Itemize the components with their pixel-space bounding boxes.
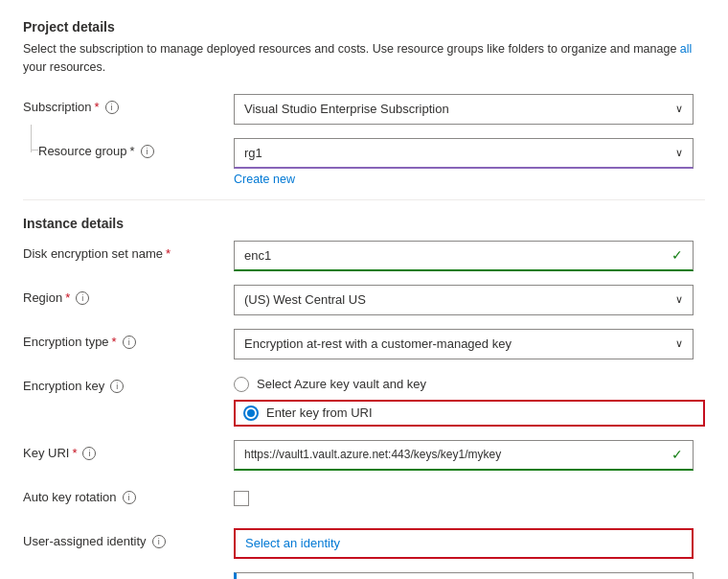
radio-uri-circle [243,405,259,421]
disk-name-value: enc1 [244,248,271,263]
user-identity-info-icon[interactable]: i [152,535,166,548]
auto-key-label: Auto key rotation [23,490,117,504]
resource-group-select[interactable]: rg1 ∨ [234,138,694,169]
region-row: Region * i (US) West Central US ∨ [23,285,705,315]
key-uri-input[interactable]: https://vault1.vault.azure.net:443/keys/… [234,440,694,471]
region-info-icon[interactable]: i [76,291,89,305]
subscription-label-col: Subscription * i [23,94,234,114]
auto-key-checkbox[interactable] [234,491,249,506]
key-uri-control: https://vault1.vault.azure.net:443/keys/… [234,440,705,471]
subscription-row: Subscription * i Visual Studio Enterpris… [23,94,705,125]
encryption-type-control: Encryption at-rest with a customer-manag… [234,329,705,359]
key-uri-required: * [72,446,77,460]
instance-title: Instance details [23,216,705,231]
disk-name-required: * [166,246,171,261]
project-desc-link[interactable]: all [680,42,693,56]
create-new-link[interactable]: Create new [234,173,295,186]
project-title: Project details [23,19,705,35]
auto-key-row: Auto key rotation i [23,484,705,515]
encryption-type-label-col: Encryption type * i [23,329,234,349]
project-description: Select the subscription to manage deploy… [23,40,705,77]
region-required: * [65,290,70,305]
user-identity-label: User-assigned identity [23,534,147,548]
subscription-required: * [95,100,100,114]
project-section: Project details Select the subscription … [23,19,705,186]
multi-tenant-control: Select an application i You are required… [234,572,705,580]
resource-group-row: Resource group * i rg1 ∨ Create new [23,138,705,186]
encryption-key-radio-group: Select Azure key vault and key Enter key… [234,373,705,427]
resource-group-info-icon[interactable]: i [141,145,154,158]
region-chevron: ∨ [675,293,683,306]
resource-group-label-col: Resource group * i [23,138,234,158]
region-control: (US) West Central US ∨ [234,285,705,315]
region-value: (US) West Central US [244,292,366,307]
subscription-select[interactable]: Visual Studio Enterprise Subscription ∨ [234,94,694,125]
instance-section: Instance details Disk encryption set nam… [23,216,705,580]
disk-name-label-col: Disk encryption set name * [23,241,234,261]
disk-name-control: enc1 ✓ [234,241,705,271]
multi-tenant-label-col: Multi-tenant application i [23,572,234,580]
subscription-label: Subscription [23,100,92,114]
encryption-key-label: Encryption key [23,379,104,393]
radio-uri-label: Enter key from URI [266,405,373,420]
subscription-chevron: ∨ [675,103,683,115]
encryption-key-info-icon[interactable]: i [110,380,124,393]
subscription-control: Visual Studio Enterprise Subscription ∨ [234,94,705,125]
resource-group-control: rg1 ∨ Create new [234,138,705,186]
radio-option-vault[interactable]: Select Azure key vault and key [234,377,705,392]
user-identity-row: User-assigned identity i Select an ident… [23,528,705,559]
radio-option-uri-highlighted[interactable]: Enter key from URI [234,400,705,427]
multi-tenant-select[interactable]: Select an application [234,572,694,580]
encryption-type-value: Encryption at-rest with a customer-manag… [244,336,512,351]
radio-vault-circle [234,377,249,392]
encryption-type-info-icon[interactable]: i [123,336,136,349]
key-uri-row: Key URI * i https://vault1.vault.azure.n… [23,440,705,471]
encryption-type-required: * [112,335,117,349]
encryption-key-control: Select Azure key vault and key Enter key… [234,373,705,427]
encryption-key-row: Encryption key i Select Azure key vault … [23,373,705,427]
resource-group-value: rg1 [244,146,262,160]
resource-group-chevron: ∨ [675,147,683,159]
subscription-value: Visual Studio Enterprise Subscription [244,102,449,116]
key-uri-label-col: Key URI * i [23,440,234,460]
radio-vault-label: Select Azure key vault and key [257,377,426,391]
disk-name-input[interactable]: enc1 ✓ [234,241,694,271]
encryption-key-label-col: Encryption key i [23,373,234,393]
key-uri-info-icon[interactable]: i [82,447,96,460]
disk-name-row: Disk encryption set name * enc1 ✓ [23,241,705,271]
key-uri-check-icon: ✓ [671,447,683,462]
encryption-type-select[interactable]: Encryption at-rest with a customer-manag… [234,329,694,359]
resource-group-label: Resource group [38,144,127,158]
section-divider [23,199,705,200]
region-label-col: Region * i [23,285,234,305]
project-desc-text2: your resources. [23,60,105,74]
auto-key-label-col: Auto key rotation i [23,484,234,504]
region-label: Region [23,290,62,305]
key-uri-label: Key URI [23,446,69,460]
user-identity-label-col: User-assigned identity i [23,528,234,548]
resource-group-required: * [130,144,135,158]
project-desc-text1: Select the subscription to manage deploy… [23,42,676,56]
disk-name-label: Disk encryption set name [23,246,163,261]
encryption-type-chevron: ∨ [675,337,683,350]
multi-tenant-row: Multi-tenant application i Select an app… [23,572,705,580]
disk-name-check-icon: ✓ [671,247,683,263]
region-select[interactable]: (US) West Central US ∨ [234,285,694,315]
user-identity-control: Select an identity [234,528,705,559]
auto-key-control [234,484,705,506]
encryption-type-row: Encryption type * i Encryption at-rest w… [23,329,705,359]
user-identity-placeholder: Select an identity [245,536,340,550]
user-identity-select[interactable]: Select an identity [234,528,694,559]
auto-key-info-icon[interactable]: i [123,491,136,504]
subscription-info-icon[interactable]: i [105,101,119,114]
encryption-type-label: Encryption type [23,335,109,349]
key-uri-value: https://vault1.vault.azure.net:443/keys/… [244,448,501,461]
